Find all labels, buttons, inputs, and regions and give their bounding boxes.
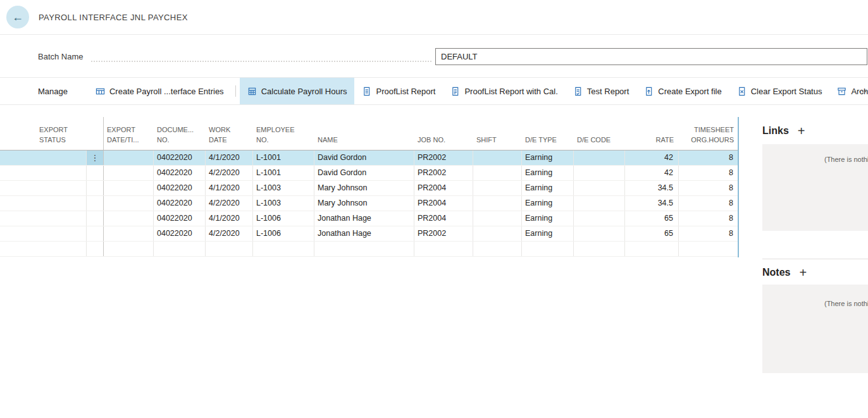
cell-export-date[interactable] [104, 226, 154, 241]
cell-name[interactable]: Jonathan Hage [314, 211, 414, 226]
cell-timesheet-hours[interactable]: 8 [679, 226, 739, 241]
toolbar-action-create-export-file[interactable]: Create Export file [636, 78, 729, 104]
cell-de-type[interactable]: Earning [522, 181, 574, 195]
cell-job-no[interactable] [414, 242, 473, 256]
column-header-timesheet-hours[interactable]: TIMESHEETORG.HOURS [679, 125, 739, 150]
cell-work-date[interactable]: 4/1/2020 [206, 181, 253, 195]
cell-job-no[interactable]: PR2004 [414, 181, 473, 195]
cell-work-date[interactable]: 4/1/2020 [206, 151, 253, 165]
cell-name[interactable]: Mary Johnson [314, 181, 414, 195]
cell-timesheet-hours[interactable]: 8 [679, 151, 739, 165]
cell-name[interactable]: David Gordon [314, 166, 414, 180]
table-row[interactable]: ⋮040220204/1/2020L-1001David GordonPR200… [0, 151, 739, 166]
table-row[interactable] [0, 242, 739, 257]
cell-employee-no[interactable]: L-1001 [253, 166, 314, 180]
table-row[interactable]: 040220204/2/2020L-1003Mary JohnsonPR2004… [0, 196, 739, 211]
column-header-de-code[interactable]: D/E CODE [574, 135, 625, 150]
cell-shift[interactable] [473, 196, 522, 211]
cell-document-no[interactable]: 04022020 [154, 181, 206, 195]
column-header-document-no[interactable]: DOCUME...NO. [154, 125, 206, 150]
cell-export-status[interactable] [0, 151, 87, 165]
links-add-button[interactable]: + [798, 125, 805, 137]
cell-employee-no[interactable]: L-1006 [253, 211, 314, 226]
cell-timesheet-hours[interactable]: 8 [679, 181, 739, 195]
toolbar-action-prooflist-report-with-cal[interactable]: ProofList Report with Cal. [443, 78, 565, 104]
cell-export-date[interactable] [104, 242, 154, 256]
cell-timesheet-hours[interactable]: 8 [679, 211, 739, 226]
column-header-row-menu[interactable] [87, 117, 104, 150]
cell-timesheet-hours[interactable]: 8 [679, 166, 739, 180]
cell-document-no[interactable]: 04022020 [154, 196, 206, 211]
cell-row-menu[interactable] [87, 242, 104, 256]
cell-de-type[interactable]: Earning [522, 196, 574, 211]
column-header-rate[interactable]: RATE [625, 135, 679, 150]
toolbar-action-clear-export-status[interactable]: Clear Export Status [729, 78, 830, 104]
cell-shift[interactable] [473, 151, 522, 165]
cell-name[interactable]: Mary Johnson [314, 196, 414, 211]
cell-document-no[interactable]: 04022020 [154, 211, 206, 226]
cell-job-no[interactable]: PR2002 [414, 226, 473, 241]
cell-export-status[interactable] [0, 166, 87, 180]
notes-add-button[interactable]: + [799, 266, 807, 279]
cell-rate[interactable]: 65 [625, 211, 679, 226]
cell-employee-no[interactable]: L-1001 [253, 151, 314, 165]
cell-name[interactable]: Jonathan Hage [314, 226, 414, 241]
cell-export-status[interactable] [0, 181, 87, 195]
table-row[interactable]: 040220204/2/2020L-1006Jonathan HagePR200… [0, 226, 739, 242]
cell-job-no[interactable]: PR2004 [414, 196, 473, 211]
column-header-shift[interactable]: SHIFT [473, 135, 522, 150]
cell-de-type[interactable]: Earning [522, 226, 574, 241]
toolbar-overflow-button[interactable]: ⋯ [858, 78, 868, 104]
cell-shift[interactable] [473, 181, 522, 195]
cell-rate[interactable]: 42 [625, 151, 679, 165]
cell-export-date[interactable] [104, 181, 154, 195]
cell-de-type[interactable]: Earning [522, 151, 574, 165]
cell-rate[interactable]: 65 [625, 226, 679, 241]
cell-shift[interactable] [473, 226, 522, 241]
cell-rate[interactable]: 34.5 [625, 196, 679, 211]
cell-document-no[interactable]: 04022020 [154, 226, 206, 241]
column-header-export-status[interactable]: EXPORTSTATUS [0, 125, 87, 150]
column-header-job-no[interactable]: JOB NO. [414, 135, 473, 150]
table-row[interactable]: 040220204/1/2020L-1003Mary JohnsonPR2004… [0, 181, 739, 196]
cell-de-code[interactable] [574, 151, 625, 165]
cell-export-date[interactable] [104, 166, 154, 180]
manage-menu-button[interactable]: Manage [38, 78, 77, 104]
cell-row-menu[interactable] [87, 211, 104, 226]
table-row[interactable]: 040220204/1/2020L-1006Jonathan HagePR200… [0, 211, 739, 226]
toolbar-action-create-payroll-terface-entries[interactable]: Create Payroll ...terface Entries [88, 78, 232, 104]
cell-work-date[interactable]: 4/2/2020 [206, 166, 253, 180]
cell-rate[interactable]: 34.5 [625, 181, 679, 195]
cell-document-no[interactable]: 04022020 [154, 166, 206, 180]
cell-de-code[interactable] [574, 226, 625, 241]
cell-export-date[interactable] [104, 211, 154, 226]
column-header-work-date[interactable]: WORKDATE [206, 125, 253, 150]
cell-shift[interactable] [473, 211, 522, 226]
row-context-menu-button[interactable]: ⋮ [87, 151, 104, 165]
cell-rate[interactable] [625, 242, 679, 256]
toolbar-action-test-report[interactable]: Test Report [566, 78, 636, 104]
cell-de-code[interactable] [574, 166, 625, 180]
column-header-export-date[interactable]: EXPORTDATE/TI... [104, 125, 154, 150]
cell-work-date[interactable]: 4/2/2020 [206, 196, 253, 211]
toolbar-action-calculate-payroll-hours[interactable]: Calculate Payroll Hours [240, 78, 355, 104]
column-header-de-type[interactable]: D/E TYPE [522, 135, 574, 150]
cell-document-no[interactable] [154, 242, 206, 256]
cell-job-no[interactable]: PR2002 [414, 166, 473, 180]
cell-timesheet-hours[interactable]: 8 [679, 196, 739, 211]
cell-row-menu[interactable] [87, 226, 104, 241]
cell-job-no[interactable]: PR2004 [414, 211, 473, 226]
cell-name[interactable]: David Gordon [314, 151, 414, 165]
cell-de-code[interactable] [574, 211, 625, 226]
cell-de-code[interactable] [574, 196, 625, 211]
cell-employee-no[interactable] [253, 242, 314, 256]
cell-export-date[interactable] [104, 151, 154, 165]
back-button[interactable]: ← [6, 6, 29, 28]
cell-timesheet-hours[interactable] [679, 242, 739, 256]
cell-export-status[interactable] [0, 211, 87, 226]
cell-de-code[interactable] [574, 181, 625, 195]
cell-job-no[interactable]: PR2002 [414, 151, 473, 165]
cell-shift[interactable] [473, 242, 522, 256]
cell-row-menu[interactable] [87, 166, 104, 180]
cell-de-code[interactable] [574, 242, 625, 256]
